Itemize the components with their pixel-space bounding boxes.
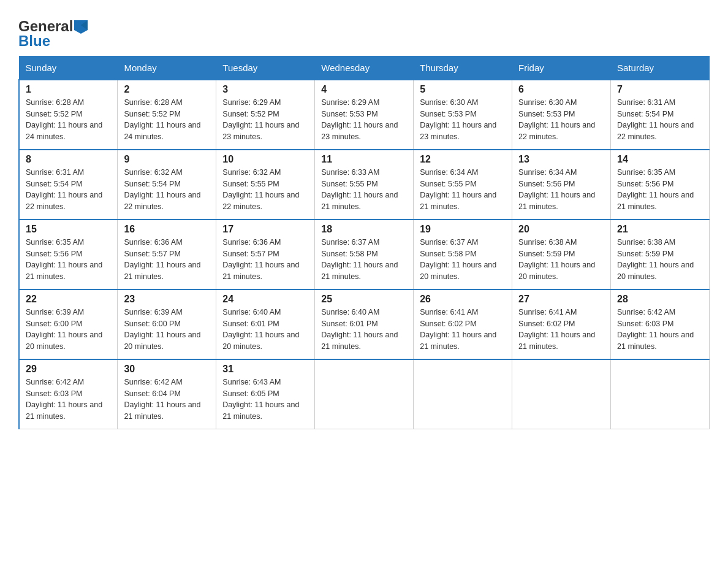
calendar-cell: 15 Sunrise: 6:35 AM Sunset: 5:56 PM Dayl…: [19, 220, 118, 289]
week-row-3: 15 Sunrise: 6:35 AM Sunset: 5:56 PM Dayl…: [19, 220, 710, 289]
calendar-cell: 28 Sunrise: 6:42 AM Sunset: 6:03 PM Dayl…: [611, 289, 710, 359]
day-info: Sunrise: 6:34 AM Sunset: 5:56 PM Dayligh…: [518, 167, 604, 213]
day-number: 23: [124, 294, 210, 305]
day-info: Sunrise: 6:35 AM Sunset: 5:56 PM Dayligh…: [617, 167, 703, 213]
calendar-cell: 8 Sunrise: 6:31 AM Sunset: 5:54 PM Dayli…: [19, 150, 118, 220]
day-number: 31: [222, 364, 308, 375]
day-number: 17: [222, 224, 308, 235]
day-header-tuesday: Tuesday: [216, 56, 315, 80]
calendar-cell: [512, 359, 611, 429]
day-header-friday: Friday: [512, 56, 611, 80]
day-info: Sunrise: 6:28 AM Sunset: 5:52 PM Dayligh…: [26, 97, 111, 143]
day-header-thursday: Thursday: [414, 56, 512, 80]
day-number: 10: [222, 154, 308, 165]
day-info: Sunrise: 6:30 AM Sunset: 5:53 PM Dayligh…: [518, 97, 604, 143]
day-info: Sunrise: 6:30 AM Sunset: 5:53 PM Dayligh…: [420, 97, 506, 143]
calendar-cell: 31 Sunrise: 6:43 AM Sunset: 6:05 PM Dayl…: [216, 359, 315, 429]
day-number: 18: [321, 224, 407, 235]
day-number: 16: [124, 224, 210, 235]
calendar-cell: 19 Sunrise: 6:37 AM Sunset: 5:58 PM Dayl…: [414, 220, 512, 289]
calendar-table: SundayMondayTuesdayWednesdayThursdayFrid…: [18, 56, 710, 429]
day-number: 21: [617, 224, 703, 235]
calendar-cell: 30 Sunrise: 6:42 AM Sunset: 6:04 PM Dayl…: [118, 359, 216, 429]
logo-container: General Blue: [18, 18, 88, 50]
day-info: Sunrise: 6:36 AM Sunset: 5:57 PM Dayligh…: [124, 237, 210, 283]
day-number: 4: [321, 84, 407, 95]
day-info: Sunrise: 6:33 AM Sunset: 5:55 PM Dayligh…: [321, 167, 407, 213]
day-info: Sunrise: 6:36 AM Sunset: 5:57 PM Dayligh…: [222, 237, 308, 283]
days-header-row: SundayMondayTuesdayWednesdayThursdayFrid…: [19, 56, 710, 80]
day-info: Sunrise: 6:29 AM Sunset: 5:53 PM Dayligh…: [321, 97, 407, 143]
day-info: Sunrise: 6:40 AM Sunset: 6:01 PM Dayligh…: [321, 307, 407, 353]
calendar-cell: 14 Sunrise: 6:35 AM Sunset: 5:56 PM Dayl…: [611, 150, 710, 220]
calendar-cell: 29 Sunrise: 6:42 AM Sunset: 6:03 PM Dayl…: [19, 359, 118, 429]
day-number: 27: [518, 294, 604, 305]
calendar-cell: [414, 359, 512, 429]
calendar-cell: 2 Sunrise: 6:28 AM Sunset: 5:52 PM Dayli…: [118, 80, 216, 150]
calendar-cell: 24 Sunrise: 6:40 AM Sunset: 6:01 PM Dayl…: [216, 289, 315, 359]
day-info: Sunrise: 6:28 AM Sunset: 5:52 PM Dayligh…: [124, 97, 210, 143]
day-info: Sunrise: 6:29 AM Sunset: 5:52 PM Dayligh…: [222, 97, 308, 143]
calendar-cell: 9 Sunrise: 6:32 AM Sunset: 5:54 PM Dayli…: [118, 150, 216, 220]
day-number: 3: [222, 84, 308, 95]
day-info: Sunrise: 6:42 AM Sunset: 6:03 PM Dayligh…: [26, 377, 111, 423]
calendar-cell: 20 Sunrise: 6:38 AM Sunset: 5:59 PM Dayl…: [512, 220, 611, 289]
day-info: Sunrise: 6:43 AM Sunset: 6:05 PM Dayligh…: [222, 377, 308, 423]
calendar-cell: 27 Sunrise: 6:41 AM Sunset: 6:02 PM Dayl…: [512, 289, 611, 359]
day-info: Sunrise: 6:31 AM Sunset: 5:54 PM Dayligh…: [617, 97, 703, 143]
calendar-cell: 26 Sunrise: 6:41 AM Sunset: 6:02 PM Dayl…: [414, 289, 512, 359]
calendar-cell: 1 Sunrise: 6:28 AM Sunset: 5:52 PM Dayli…: [19, 80, 118, 150]
page-header: General Blue: [18, 12, 710, 50]
day-number: 1: [26, 84, 111, 95]
calendar-cell: 18 Sunrise: 6:37 AM Sunset: 5:58 PM Dayl…: [315, 220, 414, 289]
day-info: Sunrise: 6:41 AM Sunset: 6:02 PM Dayligh…: [518, 307, 604, 353]
day-info: Sunrise: 6:37 AM Sunset: 5:58 PM Dayligh…: [420, 237, 506, 283]
calendar-cell: 25 Sunrise: 6:40 AM Sunset: 6:01 PM Dayl…: [315, 289, 414, 359]
day-info: Sunrise: 6:38 AM Sunset: 5:59 PM Dayligh…: [518, 237, 604, 283]
calendar-cell: 11 Sunrise: 6:33 AM Sunset: 5:55 PM Dayl…: [315, 150, 414, 220]
day-info: Sunrise: 6:41 AM Sunset: 6:02 PM Dayligh…: [420, 307, 506, 353]
day-number: 22: [26, 294, 111, 305]
calendar-cell: 17 Sunrise: 6:36 AM Sunset: 5:57 PM Dayl…: [216, 220, 315, 289]
day-number: 2: [124, 84, 210, 95]
week-row-1: 1 Sunrise: 6:28 AM Sunset: 5:52 PM Dayli…: [19, 80, 710, 150]
day-number: 11: [321, 154, 407, 165]
day-number: 8: [26, 154, 111, 165]
calendar-cell: 13 Sunrise: 6:34 AM Sunset: 5:56 PM Dayl…: [512, 150, 611, 220]
calendar-cell: 10 Sunrise: 6:32 AM Sunset: 5:55 PM Dayl…: [216, 150, 315, 220]
logo-arrow-icon: [74, 20, 88, 34]
day-header-sunday: Sunday: [19, 56, 118, 80]
calendar-cell: 4 Sunrise: 6:29 AM Sunset: 5:53 PM Dayli…: [315, 80, 414, 150]
day-number: 5: [420, 84, 506, 95]
day-header-monday: Monday: [118, 56, 216, 80]
day-number: 20: [518, 224, 604, 235]
day-number: 30: [124, 364, 210, 375]
day-number: 6: [518, 84, 604, 95]
day-header-saturday: Saturday: [611, 56, 710, 80]
calendar-cell: 6 Sunrise: 6:30 AM Sunset: 5:53 PM Dayli…: [512, 80, 611, 150]
calendar-cell: 7 Sunrise: 6:31 AM Sunset: 5:54 PM Dayli…: [611, 80, 710, 150]
day-info: Sunrise: 6:37 AM Sunset: 5:58 PM Dayligh…: [321, 237, 407, 283]
day-number: 7: [617, 84, 703, 95]
week-row-2: 8 Sunrise: 6:31 AM Sunset: 5:54 PM Dayli…: [19, 150, 710, 220]
calendar-cell: [315, 359, 414, 429]
calendar-cell: 5 Sunrise: 6:30 AM Sunset: 5:53 PM Dayli…: [414, 80, 512, 150]
day-info: Sunrise: 6:38 AM Sunset: 5:59 PM Dayligh…: [617, 237, 703, 283]
day-number: 25: [321, 294, 407, 305]
day-number: 24: [222, 294, 308, 305]
day-info: Sunrise: 6:40 AM Sunset: 6:01 PM Dayligh…: [222, 307, 308, 353]
calendar-cell: 21 Sunrise: 6:38 AM Sunset: 5:59 PM Dayl…: [611, 220, 710, 289]
day-number: 19: [420, 224, 506, 235]
day-number: 13: [518, 154, 604, 165]
week-row-5: 29 Sunrise: 6:42 AM Sunset: 6:03 PM Dayl…: [19, 359, 710, 429]
day-number: 29: [26, 364, 111, 375]
day-info: Sunrise: 6:34 AM Sunset: 5:55 PM Dayligh…: [420, 167, 506, 213]
calendar-cell: 3 Sunrise: 6:29 AM Sunset: 5:52 PM Dayli…: [216, 80, 315, 150]
day-number: 28: [617, 294, 703, 305]
day-number: 12: [420, 154, 506, 165]
calendar-cell: 22 Sunrise: 6:39 AM Sunset: 6:00 PM Dayl…: [19, 289, 118, 359]
day-number: 9: [124, 154, 210, 165]
calendar-cell: 16 Sunrise: 6:36 AM Sunset: 5:57 PM Dayl…: [118, 220, 216, 289]
calendar-cell: [611, 359, 710, 429]
week-row-4: 22 Sunrise: 6:39 AM Sunset: 6:00 PM Dayl…: [19, 289, 710, 359]
